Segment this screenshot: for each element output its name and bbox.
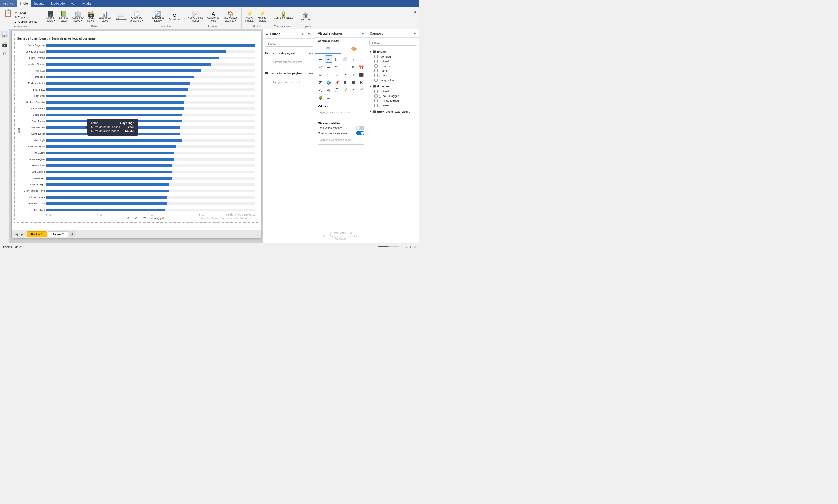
bar-track[interactable]	[46, 95, 255, 97]
btn-publicar[interactable]: 🏛️ Publicar	[299, 12, 312, 22]
btn-sql-server[interactable]: 🗃️ SQLServer	[86, 11, 96, 23]
btn-pegar[interactable]: 📋 ✂ Cortar ⧉ Copia 🖌 Copiar formato	[2, 9, 40, 24]
bar-track[interactable]	[46, 69, 255, 72]
btn-actualizar[interactable]: ↻ Actualizar	[167, 12, 182, 22]
bar-track[interactable]	[46, 101, 255, 104]
fields-collapse-btn[interactable]: ≫	[413, 31, 416, 35]
field-item-certified[interactable]: certified	[367, 54, 419, 59]
tab-inicio[interactable]: Inicio	[17, 0, 31, 7]
field-checkbox[interactable]	[374, 69, 378, 72]
page-tab-1[interactable]: Página 1	[27, 232, 47, 237]
filter-btn[interactable]: ⊿	[125, 215, 131, 221]
bar-track[interactable]	[46, 120, 255, 123]
bar-track[interactable]	[46, 196, 255, 199]
page-prev-btn[interactable]: ◀	[14, 232, 19, 237]
btn-cuadro-texto[interactable]: A Cuadro detexto	[206, 11, 221, 23]
btn-cortar[interactable]: ✂ Cortar	[14, 11, 38, 15]
field-checkbox[interactable]	[374, 60, 378, 63]
filters-expand-icon[interactable]: ≫	[307, 31, 312, 36]
toggle-filtros[interactable]	[356, 131, 364, 135]
viz-smart-narrative[interactable]: 📝	[342, 87, 349, 94]
viz-kpi[interactable]: R	[358, 79, 365, 86]
field-item-miles-logged[interactable]: ∑miles-logged	[367, 98, 419, 103]
viz-ribbon[interactable]: 🎀	[358, 63, 365, 71]
viz-stacked-col-100[interactable]: ▤	[358, 55, 365, 63]
btn-especificar-datos[interactable]: 📊 Especificardatos	[97, 11, 113, 23]
bar-track[interactable]	[46, 145, 255, 148]
viz-stacked-col[interactable]: ⬜	[342, 55, 349, 63]
viz-metrics[interactable]: ✓	[350, 87, 357, 94]
field-group-header-drivers[interactable]: ▾▦drivers	[367, 49, 419, 54]
viz-paginated[interactable]: 📄	[358, 87, 365, 94]
viz-filled-map[interactable]: 🌍	[325, 79, 332, 86]
viz-more[interactable]: •••	[325, 94, 332, 102]
focus-btn[interactable]: ⤢	[133, 215, 139, 221]
toggle-informes[interactable]	[356, 126, 364, 130]
chart-container[interactable]: Suma de hours-logged y Suma de miles-log…	[14, 34, 258, 222]
viz-waterfall[interactable]: ≋	[317, 71, 324, 78]
btn-copia[interactable]: ⧉ Copia	[14, 15, 38, 19]
bar-track[interactable]	[46, 170, 255, 173]
btn-centro-datos[interactable]: 🏢 Centro dedatos ▾	[71, 11, 85, 23]
page-filters-more[interactable]: •••	[309, 51, 313, 55]
field-group-header-timesheet[interactable]: ▾▦timesheet	[367, 84, 419, 89]
viz-stacked-area[interactable]: 〜	[333, 63, 341, 71]
btn-transformar-datos[interactable]: 🔄 Transformardatos ▾	[149, 11, 166, 23]
field-item-driverId[interactable]: driverId	[367, 59, 419, 64]
field-checkbox[interactable]	[374, 90, 378, 93]
bar-track[interactable]	[46, 202, 255, 205]
field-checkbox[interactable]	[374, 65, 378, 68]
viz-azure-map[interactable]: 📌	[333, 79, 341, 86]
field-checkbox[interactable]	[374, 74, 378, 77]
bar-track[interactable]	[46, 190, 255, 192]
bar-track[interactable]	[46, 151, 255, 154]
bar-track[interactable]	[46, 57, 255, 59]
page-tab-2[interactable]: Página 2	[48, 232, 68, 237]
viz-decomp-tree[interactable]: 🌳	[317, 94, 324, 102]
fields-search-input[interactable]	[369, 40, 417, 46]
zoom-plus-btn[interactable]: +	[401, 245, 403, 248]
field-item-driverId[interactable]: driverId	[367, 89, 419, 94]
page-filters-drop[interactable]: Agregar campos de datos ...	[265, 57, 313, 67]
viz-py[interactable]: Py	[317, 87, 324, 94]
viz-matrix[interactable]: ▦	[350, 79, 357, 86]
btn-nuevo-objeto[interactable]: 📈 Nuevo objetovisual	[186, 11, 205, 23]
bar-track[interactable]	[46, 133, 255, 135]
zoom-minus-btn[interactable]: −	[374, 245, 376, 248]
bar-track[interactable]	[46, 126, 255, 129]
btn-confidencialidad[interactable]: 🔒 Confidencialidad	[272, 11, 295, 23]
all-filters-drop[interactable]: Agregar campos de datos ...	[265, 77, 313, 87]
field-item-wage-plan[interactable]: wage-plan	[367, 78, 419, 83]
tab-insertar[interactable]: Insertar	[31, 0, 48, 7]
viz-funnel[interactable]: ▽	[325, 71, 332, 78]
viz-table[interactable]: ⊞	[342, 79, 349, 86]
fullscreen-btn[interactable]: ⤢	[414, 245, 416, 248]
bar-track[interactable]	[46, 164, 255, 167]
field-item-week[interactable]: ∑week	[367, 103, 419, 108]
btn-origenes-recientes[interactable]: 🕐 Orígenesrecientes ▾	[129, 11, 144, 23]
field-checkbox[interactable]	[374, 78, 378, 82]
viz-clustered-col[interactable]: ▪	[350, 55, 357, 63]
more-btn[interactable]: •••	[141, 215, 147, 221]
bar-track[interactable]	[46, 114, 255, 116]
bar-track[interactable]	[46, 51, 255, 53]
field-checkbox[interactable]	[374, 55, 378, 58]
build-tab-format[interactable]: 🎨	[341, 44, 367, 54]
viz-expand-btn[interactable]: ≫	[361, 31, 364, 35]
btn-libro-excel[interactable]: 📗 Libro deExcel	[57, 11, 70, 23]
btn-obtener-datos[interactable]: 🗄️ Obtenerdatos ▾	[45, 11, 57, 23]
bar-track[interactable]	[46, 158, 255, 161]
bar-track[interactable]	[46, 177, 255, 180]
bar-track[interactable]	[46, 88, 255, 91]
ribbon-collapse-btn[interactable]: ▲	[411, 8, 419, 15]
viz-area[interactable]: ⛰	[325, 63, 332, 71]
viz-line-col2[interactable]: ⇅	[350, 63, 357, 71]
bar-track[interactable]	[46, 63, 255, 66]
viz-stacked-bar-100[interactable]: ▥	[333, 55, 341, 63]
sidebar-icon-report[interactable]: 📊	[1, 31, 8, 38]
tab-modelado[interactable]: Modelado	[48, 0, 68, 7]
bar-track[interactable]	[46, 139, 255, 142]
all-filters-more[interactable]: •••	[309, 71, 313, 75]
field-item-location[interactable]: location	[367, 64, 419, 68]
field-checkbox[interactable]	[374, 104, 378, 107]
